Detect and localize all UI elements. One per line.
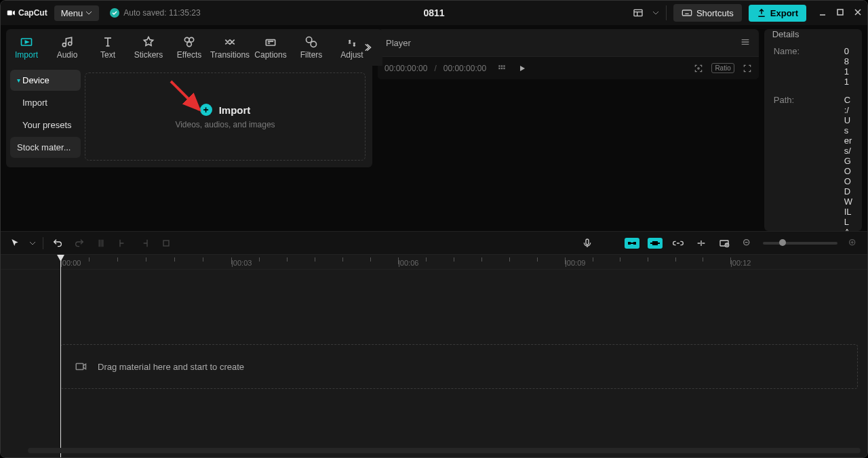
trim-right-tool [137,236,152,251]
ribbon-tab-import[interactable]: Import [6,29,47,66]
details-header: Details [764,29,862,39]
svg-point-11 [307,37,312,43]
app-name: CapCut [18,8,47,18]
time-current: 00:00:00:00 [384,64,427,73]
ribbon-tab-text[interactable]: Text [87,29,128,66]
svg-rect-25 [628,242,631,245]
keyboard-icon [682,7,692,18]
maximize-button[interactable] [836,8,844,18]
timeline-toolbar [1,231,867,254]
svg-rect-23 [163,241,169,246]
svg-rect-1 [634,9,642,16]
upload-icon [757,8,766,18]
import-title: Import [219,104,251,116]
link-toggle[interactable] [671,236,686,251]
svg-rect-21 [503,67,505,68]
select-tool[interactable] [7,236,22,251]
timeline-scrollbar[interactable] [28,448,861,453]
ribbon-tab-captions[interactable]: Captions [250,29,291,66]
magnet-main-toggle[interactable] [625,238,639,249]
svg-point-9 [187,42,192,47]
svg-rect-10 [266,40,275,45]
svg-rect-28 [652,241,658,245]
sidebar-item-stock-mater-[interactable]: Stock mater... [10,137,81,158]
trim-left-tool [115,236,130,251]
svg-rect-24 [586,239,589,245]
minimize-button[interactable] [818,8,827,18]
timeline[interactable]: |00:00|00:03|00:06|00:09|00:12 Drag mate… [1,254,867,457]
grid-icon[interactable] [497,64,507,73]
svg-rect-26 [633,242,636,245]
sidebar-item-import[interactable]: Import [10,92,81,113]
timeline-ruler[interactable]: |00:00|00:03|00:06|00:09|00:12 [1,255,867,270]
sidebar-item-device[interactable]: Device [10,70,81,91]
svg-point-14 [354,45,355,46]
chevron-down-icon [85,9,92,16]
zoom-in-button[interactable] [846,236,861,251]
chevron-down-icon[interactable] [29,240,36,247]
playhead[interactable] [60,255,61,457]
zoom-out-button[interactable] [740,236,755,251]
svg-point-8 [189,37,194,42]
media-content: + Import Videos, audios, and images [85,66,372,167]
svg-rect-29 [650,243,652,244]
svg-point-13 [349,41,351,42]
preview-cut-toggle[interactable] [694,236,709,251]
zoom-slider[interactable] [763,242,837,245]
svg-rect-16 [498,65,500,66]
redo-button [72,236,87,251]
menu-button[interactable]: Menu [54,5,100,21]
svg-line-15 [171,81,199,110]
ribbon-tab-audio[interactable]: Audio [47,29,87,66]
svg-point-12 [311,41,316,47]
timeline-dropzone[interactable]: Drag material here and start to create [60,344,858,389]
ribbon-tab-transitions[interactable]: Transitions [210,29,250,66]
player-stage[interactable]: 00:00:00:00 / 00:00:00:00 Ratio [378,56,759,79]
svg-rect-27 [631,243,633,244]
video-icon [75,360,87,373]
titlebar: CapCut Menu Auto saved: 11:35:23 0811 Sh… [1,1,867,25]
divider [666,5,667,20]
focus-icon[interactable] [694,64,703,73]
svg-point-7 [184,37,189,42]
app-logo: CapCut [6,8,47,18]
ribbon-tab-stickers[interactable]: Stickers [128,29,169,66]
plus-icon: + [200,104,212,116]
chevron-down-icon[interactable] [652,9,659,16]
fullscreen-icon[interactable] [743,64,752,73]
player-controls: 00:00:00:00 / 00:00:00:00 Ratio [378,56,759,79]
preview-mode-toggle[interactable] [717,236,732,251]
svg-point-22 [698,67,699,68]
play-button[interactable] [517,64,527,73]
undo-button[interactable] [50,236,65,251]
player-menu-icon[interactable] [740,37,751,49]
svg-rect-17 [501,65,502,66]
crop-tool [159,236,174,251]
magnet-track-toggle[interactable] [648,238,663,249]
svg-rect-0 [7,11,12,16]
ratio-button[interactable]: Ratio [711,63,734,73]
svg-rect-35 [76,364,83,370]
import-dropzone[interactable]: + Import Videos, audios, and images [85,72,366,161]
svg-rect-30 [658,243,660,244]
svg-rect-19 [498,67,500,68]
ribbon: ImportAudioTextStickersEffectsTransition… [6,29,382,66]
player-title: Player [386,38,411,48]
project-title: 0811 [423,7,444,18]
mic-button[interactable] [580,236,595,251]
sidebar-item-your-presets[interactable]: Your presets [10,114,81,136]
timeline-drop-hint: Drag material here and start to create [98,362,244,372]
check-icon [110,8,119,18]
autosave-status: Auto saved: 11:35:23 [110,8,200,18]
ribbon-tab-filters[interactable]: Filters [291,29,332,66]
time-total: 00:00:00:00 [443,64,486,73]
ribbon-tab-effects[interactable]: Effects [169,29,210,66]
layout-button[interactable] [631,5,646,20]
import-subtitle: Videos, audios, and images [175,120,275,129]
svg-rect-3 [837,9,843,15]
shortcuts-button[interactable]: Shortcuts [673,4,742,22]
export-button[interactable]: Export [749,5,806,22]
player-header: Player [378,29,759,56]
ribbon-more-button[interactable] [361,39,377,56]
close-button[interactable] [854,8,862,18]
